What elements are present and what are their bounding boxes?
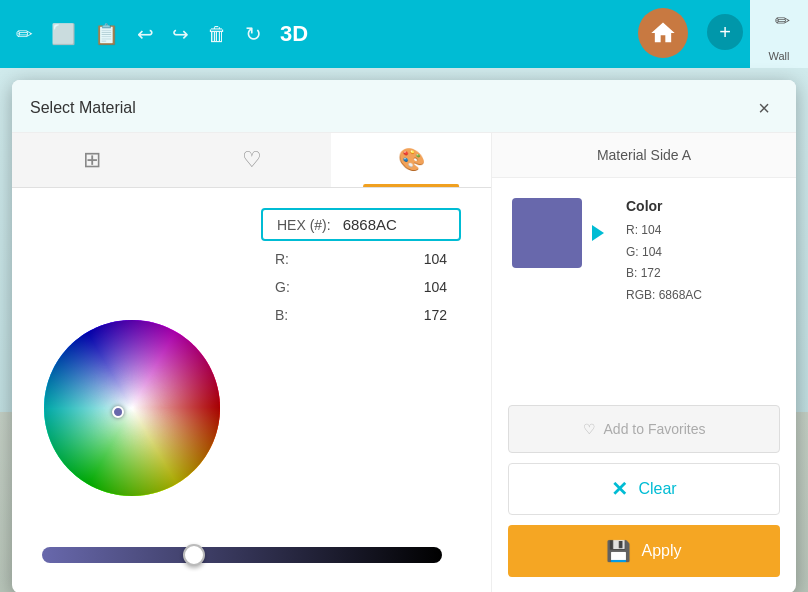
modal-header: Select Material × [12, 80, 796, 133]
heart-icon: ♡ [242, 147, 262, 173]
fields-area: HEX (#): 6868AC R: 104 G: 104 [261, 208, 461, 325]
tabs: ⊞ ♡ 🎨 [12, 133, 491, 188]
apply-label: Apply [641, 542, 681, 560]
paste-icon[interactable]: 📋 [94, 22, 119, 46]
color-info-g: G: 104 [626, 242, 702, 264]
color-info-b: B: 172 [626, 263, 702, 285]
wheel-cursor[interactable] [112, 406, 124, 418]
action-buttons: ♡ Add to Favorites ✕ Clear 💾 Apply [492, 405, 796, 592]
modal-body: ⊞ ♡ 🎨 [12, 133, 796, 592]
home-button[interactable] [638, 8, 688, 58]
clear-label: Clear [638, 480, 676, 498]
color-swatch [512, 198, 582, 268]
clear-button[interactable]: ✕ Clear [508, 463, 780, 515]
b-row: B: 172 [261, 305, 461, 325]
modal-title: Select Material [30, 99, 136, 117]
favorites-label: Add to Favorites [604, 421, 706, 437]
r-label: R: [275, 251, 295, 267]
close-icon: × [758, 97, 770, 120]
brightness-slider-thumb[interactable] [183, 544, 205, 566]
color-info-title: Color [626, 198, 702, 214]
tab-favorites[interactable]: ♡ [172, 133, 332, 187]
palette-icon: 🎨 [398, 147, 425, 173]
grid-icon: ⊞ [83, 147, 101, 173]
close-button[interactable]: × [750, 94, 778, 122]
rgb-rows: R: 104 G: 104 B: 172 [261, 249, 461, 325]
hex-value[interactable]: 6868AC [343, 216, 397, 233]
color-info-r: R: 104 [626, 220, 702, 242]
left-panel: ⊞ ♡ 🎨 [12, 133, 492, 592]
color-wheel[interactable] [42, 318, 222, 498]
color-preview-area: Color R: 104 G: 104 B: 172 RGB: 6868AC [492, 178, 796, 326]
add-to-favorites-button[interactable]: ♡ Add to Favorites [508, 405, 780, 453]
modal-overlay: Select Material × ⊞ ♡ 🎨 [0, 68, 808, 592]
color-wheel-container[interactable] [42, 318, 222, 498]
left-panel-content: HEX (#): 6868AC R: 104 G: 104 [12, 188, 491, 592]
save-icon: 💾 [606, 539, 631, 563]
rotate-icon[interactable]: ↻ [245, 22, 262, 46]
brightness-slider-track[interactable] [42, 547, 442, 563]
g-value: 104 [424, 279, 447, 295]
home-icon [649, 19, 677, 47]
r-value: 104 [424, 251, 447, 267]
tab-grid[interactable]: ⊞ [12, 133, 172, 187]
b-value: 172 [424, 307, 447, 323]
color-info-rgb: RGB: 6868AC [626, 285, 702, 307]
toolbar: ✏ ⬜ 📋 ↩ ↪ 🗑 ↻ 3D + ✏ Wall [0, 0, 808, 68]
hex-label: HEX (#): [277, 217, 331, 233]
tab-palette[interactable]: 🎨 [331, 133, 491, 187]
heart-outline-icon: ♡ [583, 421, 596, 437]
color-info: Color R: 104 G: 104 B: 172 RGB: 6868AC [626, 198, 702, 306]
g-label: G: [275, 279, 295, 295]
redo-icon[interactable]: ↪ [172, 22, 189, 46]
right-panel: Material Side A Color R: 104 G: 104 B: 1… [492, 133, 796, 592]
x-icon: ✕ [611, 477, 628, 501]
undo-icon[interactable]: ↩ [137, 22, 154, 46]
g-row: G: 104 [261, 277, 461, 297]
hex-input-row: HEX (#): 6868AC [261, 208, 461, 241]
3d-label: 3D [280, 21, 308, 47]
wall-label: Wall [769, 50, 790, 62]
select-material-modal: Select Material × ⊞ ♡ 🎨 [12, 80, 796, 592]
delete-icon[interactable]: 🗑 [207, 23, 227, 46]
add-button[interactable]: + [707, 14, 743, 50]
right-panel-title: Material Side A [492, 133, 796, 178]
copy-icon[interactable]: ⬜ [51, 22, 76, 46]
wall-area: ✏ Wall [750, 0, 808, 68]
brightness-slider-container[interactable] [42, 547, 442, 563]
r-row: R: 104 [261, 249, 461, 269]
b-label: B: [275, 307, 295, 323]
apply-button[interactable]: 💾 Apply [508, 525, 780, 577]
pen-icon[interactable]: ✏ [16, 22, 33, 46]
pencil-icon: ✏ [775, 10, 790, 32]
